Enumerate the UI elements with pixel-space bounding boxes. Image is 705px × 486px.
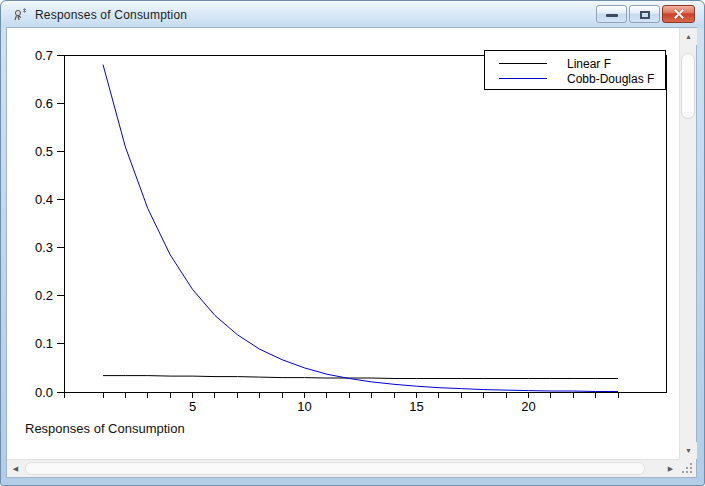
vertical-scroll-thumb[interactable] xyxy=(681,53,695,119)
y-tick-label: 0.5 xyxy=(35,144,53,159)
triangle-up-icon: ▲ xyxy=(685,33,692,40)
window-title: Responses of Consumption xyxy=(35,8,187,22)
triangle-left-icon: ◀ xyxy=(13,465,18,473)
y-tick-label: 0.1 xyxy=(35,336,53,351)
y-tick-label: 0.2 xyxy=(35,288,53,303)
impulse-response-chart: 0.00.10.20.30.40.50.60.75101520 xyxy=(7,28,679,459)
y-tick-label: 0.3 xyxy=(35,240,53,255)
series-line-linear-f xyxy=(103,376,618,379)
chart-panel: 0.00.10.20.30.40.50.60.75101520 Linear F… xyxy=(7,28,679,459)
vertical-scrollbar[interactable]: ▲ ▼ xyxy=(679,28,696,459)
app-window: Responses of Consumption 0.00.10.20.30.4… xyxy=(0,0,705,486)
minimize-icon xyxy=(606,14,618,17)
linear-line-swatch xyxy=(499,63,547,64)
impulse-figure-icon xyxy=(12,7,28,23)
triangle-down-icon: ▼ xyxy=(685,447,692,454)
x-tick-label: 15 xyxy=(409,399,423,414)
resize-grip[interactable] xyxy=(679,459,696,477)
horizontal-scroll-thumb[interactable] xyxy=(25,462,645,475)
restore-button[interactable] xyxy=(629,5,660,23)
legend-row-linear: Linear F xyxy=(485,56,665,71)
dot-grid-icon xyxy=(679,459,696,477)
y-tick-label: 0.0 xyxy=(35,385,53,400)
close-button[interactable] xyxy=(662,5,695,23)
triangle-right-icon: ▶ xyxy=(668,465,673,473)
cobb-douglas-line-swatch xyxy=(499,78,547,79)
chart-caption: Responses of Consumption xyxy=(25,421,185,436)
chart-legend[interactable]: Linear F Cobb-Douglas F xyxy=(484,50,666,90)
horizontal-scrollbar[interactable]: ◀ ▶ xyxy=(7,459,679,477)
scroll-up-button[interactable]: ▲ xyxy=(680,28,697,45)
plot-frame xyxy=(64,55,666,392)
legend-label-cobb: Cobb-Douglas F xyxy=(567,72,654,86)
client-area: 0.00.10.20.30.40.50.60.75101520 Linear F… xyxy=(7,28,696,477)
x-tick-label: 20 xyxy=(521,399,535,414)
y-tick-label: 0.6 xyxy=(35,96,53,111)
series-line-cobb-douglas-f xyxy=(103,65,618,392)
close-icon xyxy=(674,9,683,18)
y-tick-label: 0.4 xyxy=(35,192,53,207)
x-tick-label: 5 xyxy=(189,399,196,414)
scroll-right-button[interactable]: ▶ xyxy=(662,460,679,477)
x-tick-label: 10 xyxy=(297,399,311,414)
scroll-left-button[interactable]: ◀ xyxy=(7,460,24,477)
legend-row-cobb: Cobb-Douglas F xyxy=(485,71,665,86)
window-controls xyxy=(596,5,695,23)
scroll-down-button[interactable]: ▼ xyxy=(680,442,697,459)
restore-icon xyxy=(640,11,650,19)
minimize-button[interactable] xyxy=(596,5,627,23)
y-tick-label: 0.7 xyxy=(35,48,53,63)
legend-label-linear: Linear F xyxy=(567,57,611,71)
